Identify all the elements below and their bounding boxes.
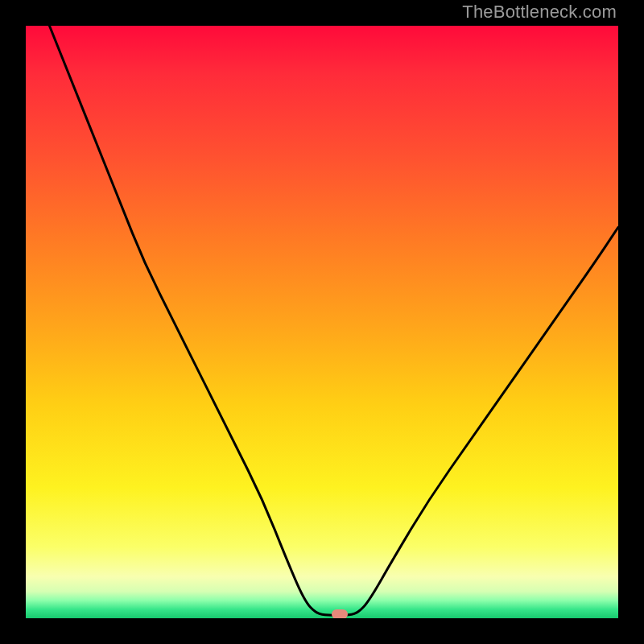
bottleneck-curve	[26, 26, 618, 618]
chart-frame: TheBottleneck.com	[0, 0, 644, 644]
minimum-marker	[332, 609, 348, 618]
watermark-text: TheBottleneck.com	[462, 2, 617, 23]
plot-area	[26, 26, 618, 618]
